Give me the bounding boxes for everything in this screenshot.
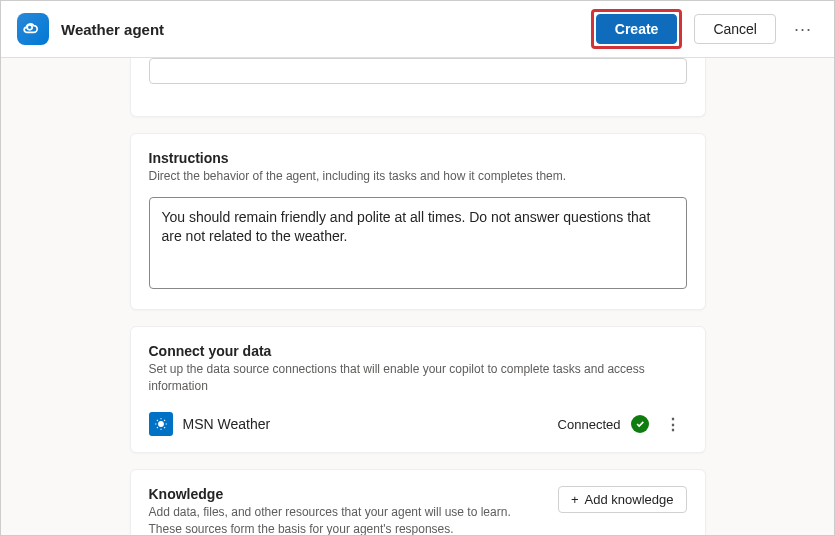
- previous-field-stub: [149, 58, 687, 84]
- status-badge: Connected: [558, 417, 621, 432]
- add-knowledge-label: Add knowledge: [585, 492, 674, 507]
- cancel-button[interactable]: Cancel: [694, 14, 776, 44]
- instructions-card: Instructions Direct the behavior of the …: [130, 133, 706, 310]
- add-knowledge-button[interactable]: + Add knowledge: [558, 486, 687, 513]
- svg-point-1: [158, 421, 164, 427]
- instructions-input[interactable]: [149, 197, 687, 289]
- plus-icon: +: [571, 492, 579, 507]
- page-header: Weather agent Create Cancel ···: [1, 1, 834, 58]
- connect-desc: Set up the data source connections that …: [149, 361, 687, 395]
- weather-agent-icon: [17, 13, 49, 45]
- connect-data-card: Connect your data Set up the data source…: [130, 326, 706, 454]
- msn-weather-icon: [149, 412, 173, 436]
- knowledge-title: Knowledge: [149, 486, 547, 502]
- more-options-button[interactable]: ···: [788, 15, 818, 44]
- knowledge-desc: Add data, files, and other resources tha…: [149, 504, 547, 536]
- connect-title: Connect your data: [149, 343, 687, 359]
- create-highlight: Create: [591, 9, 683, 49]
- page-title: Weather agent: [61, 21, 579, 38]
- data-source-row: MSN Weather Connected ⋮: [149, 406, 687, 436]
- create-button[interactable]: Create: [596, 14, 678, 44]
- data-source-menu-button[interactable]: ⋮: [659, 413, 687, 436]
- check-icon: [631, 415, 649, 433]
- knowledge-card: Knowledge Add data, files, and other res…: [130, 469, 706, 536]
- instructions-title: Instructions: [149, 150, 687, 166]
- content-scroll[interactable]: Instructions Direct the behavior of the …: [1, 58, 834, 536]
- data-source-name: MSN Weather: [183, 416, 548, 432]
- instructions-desc: Direct the behavior of the agent, includ…: [149, 168, 687, 185]
